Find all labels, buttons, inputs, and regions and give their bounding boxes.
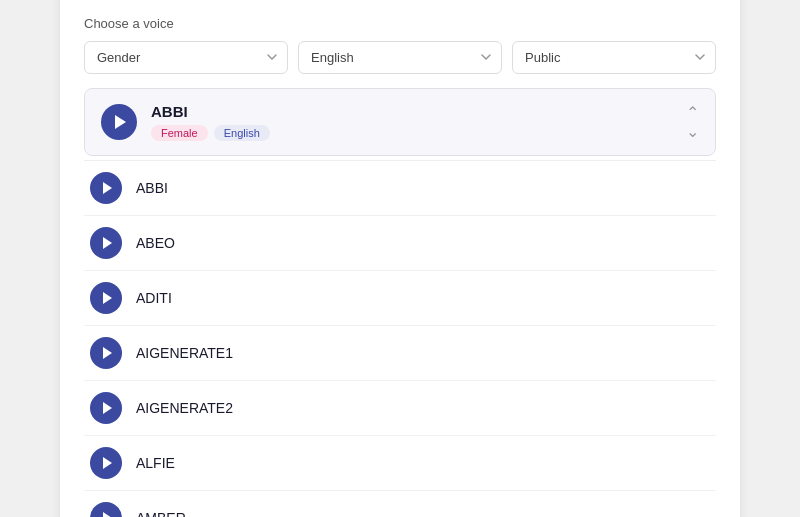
- main-card: 💬 Text to speech Choose a voice Gender M…: [60, 0, 740, 517]
- expand-icon[interactable]: ⌃⌄: [686, 103, 699, 141]
- selected-play-button[interactable]: [101, 104, 137, 140]
- play-icon: [115, 115, 126, 129]
- tag-female: Female: [151, 125, 208, 141]
- play-icon-small: [103, 182, 112, 194]
- voice-name-aigenerate1: AIGENERATE1: [136, 345, 233, 361]
- voice-row-aditi[interactable]: ADITI: [84, 271, 716, 326]
- play-button-aditi[interactable]: [90, 282, 122, 314]
- voice-row-amber[interactable]: AMBER: [84, 491, 716, 518]
- voice-row-aigenerate2[interactable]: AIGENERATE2: [84, 381, 716, 436]
- voice-row-abbi[interactable]: ABBI: [84, 161, 716, 216]
- voice-row-abeo[interactable]: ABEO: [84, 216, 716, 271]
- gender-select[interactable]: Gender Male Female: [84, 41, 288, 74]
- play-button-abeo[interactable]: [90, 227, 122, 259]
- voice-row-aigenerate1[interactable]: AIGENERATE1: [84, 326, 716, 381]
- play-icon-small: [103, 292, 112, 304]
- voice-name-abeo: ABEO: [136, 235, 175, 251]
- voice-list: ABBI ABEO ADITI AIGENERATE1 AIGENERATE2: [84, 160, 716, 518]
- play-icon-small: [103, 347, 112, 359]
- selected-voice-card: ABBI Female English ⌃⌄: [84, 88, 716, 156]
- voice-name-abbi: ABBI: [136, 180, 168, 196]
- selected-voice-tags: Female English: [151, 125, 672, 141]
- play-button-aigenerate2[interactable]: [90, 392, 122, 424]
- play-icon-small: [103, 237, 112, 249]
- play-button-amber[interactable]: [90, 502, 122, 518]
- tag-english: English: [214, 125, 270, 141]
- play-icon-small: [103, 402, 112, 414]
- play-icon-small: [103, 512, 112, 518]
- voice-name-aigenerate2: AIGENERATE2: [136, 400, 233, 416]
- visibility-select[interactable]: Public Private: [512, 41, 716, 74]
- filters-row: Gender Male Female English Spanish Frenc…: [84, 41, 716, 74]
- voice-name-amber: AMBER: [136, 510, 186, 518]
- choose-voice-label: Choose a voice: [84, 16, 716, 31]
- play-button-abbi[interactable]: [90, 172, 122, 204]
- play-button-aigenerate1[interactable]: [90, 337, 122, 369]
- voice-row-alfie[interactable]: ALFIE: [84, 436, 716, 491]
- voice-name-alfie: ALFIE: [136, 455, 175, 471]
- selected-voice-name: ABBI: [151, 103, 672, 120]
- selected-voice-info: ABBI Female English: [151, 103, 672, 141]
- play-icon-small: [103, 457, 112, 469]
- play-button-alfie[interactable]: [90, 447, 122, 479]
- voice-name-aditi: ADITI: [136, 290, 172, 306]
- language-select[interactable]: English Spanish French: [298, 41, 502, 74]
